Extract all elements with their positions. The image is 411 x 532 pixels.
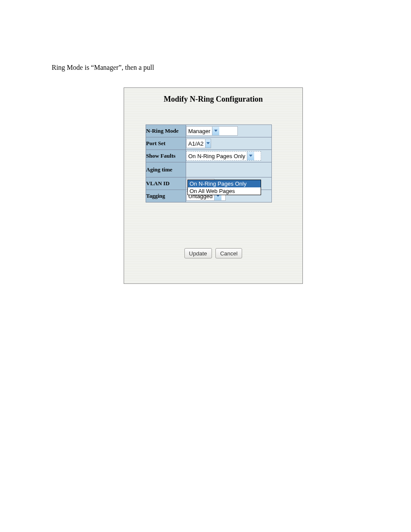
show-faults-select[interactable]: On N-Ring Pages Only <box>186 151 261 161</box>
label-show-faults: Show Faults <box>146 150 186 162</box>
button-row: Update Cancel <box>124 248 302 258</box>
chevron-down-icon[interactable] <box>212 127 219 135</box>
intro-text: Ring Mode is “Manager”, then a pull <box>52 64 154 72</box>
update-button[interactable]: Update <box>184 248 212 258</box>
label-nring-mode: N-Ring Mode <box>146 125 186 137</box>
port-set-select[interactable]: A1/A2 <box>186 139 211 148</box>
nring-mode-select[interactable]: Manager <box>186 126 238 136</box>
show-faults-options[interactable]: On N-Ring Pages Only On All Web Pages <box>187 180 261 195</box>
cancel-button[interactable]: Cancel <box>215 248 242 258</box>
show-faults-option-allweb[interactable]: On All Web Pages <box>188 187 261 195</box>
config-panel: Modify N-Ring Configuration N-Ring Mode … <box>124 87 303 284</box>
label-vlan-id: VLAN ID <box>146 177 186 190</box>
label-aging-time: Aging time <box>146 162 186 177</box>
label-tagging: Tagging <box>146 190 186 202</box>
panel-title: Modify N-Ring Configuration <box>124 88 302 104</box>
show-faults-option-nring[interactable]: On N-Ring Pages Only <box>188 180 261 187</box>
port-set-value: A1/A2 <box>187 139 205 148</box>
aging-time-cell <box>186 162 272 177</box>
show-faults-value: On N-Ring Pages Only <box>187 152 247 160</box>
chevron-down-icon[interactable] <box>247 152 254 160</box>
nring-mode-value: Manager <box>187 127 212 135</box>
chevron-down-icon[interactable] <box>205 139 211 148</box>
label-port-set: Port Set <box>146 137 186 150</box>
